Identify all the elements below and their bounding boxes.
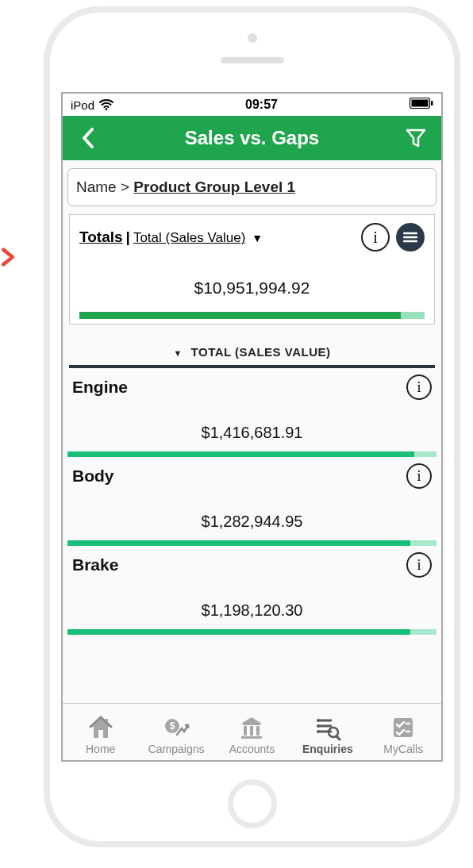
row-name: Body: [72, 467, 114, 486]
tab-bar: Home $ Campaigns: [63, 703, 441, 760]
svg-text:$: $: [170, 720, 175, 732]
side-caret-icon: [0, 246, 19, 268]
tab-label: MyCalls: [383, 743, 423, 755]
totals-bar: [79, 312, 425, 319]
totals-card: Totals | Total (Sales Value) ▼ i: [69, 214, 435, 325]
tab-enquiries[interactable]: Enquiries: [296, 714, 360, 755]
row-info-button[interactable]: i: [406, 463, 432, 489]
nav-bar: Sales vs. Gaps: [63, 116, 441, 160]
section-header[interactable]: ▼ TOTAL (SALES VALUE): [67, 345, 436, 359]
status-time: 09:57: [245, 98, 278, 112]
speaker-slot: [221, 57, 284, 63]
list-item[interactable]: Bodyi$1,282,944.95: [67, 457, 436, 546]
info-icon: i: [417, 557, 421, 574]
device-hw: [50, 33, 454, 63]
tab-mycalls[interactable]: MyCalls: [371, 714, 435, 755]
svg-point-0: [106, 108, 108, 110]
accounts-icon: [238, 714, 265, 741]
totals-value: $10,951,994.92: [79, 278, 425, 298]
status-carrier: iPod: [71, 98, 94, 112]
device-home-button[interactable]: [228, 779, 277, 828]
totals-label-sub: Total (Sales Value): [133, 230, 245, 246]
svg-rect-13: [250, 726, 253, 735]
device-frame: iPod 09:57 Sales: [44, 6, 460, 847]
home-icon: [87, 714, 114, 741]
row-bar: [67, 540, 436, 546]
row-bar: [67, 629, 436, 635]
content-scroll[interactable]: Name > Product Group Level 1 Totals | To…: [63, 160, 441, 703]
totals-bar-fill: [79, 312, 401, 319]
info-icon: i: [373, 229, 378, 247]
list-item[interactable]: Brakei$1,198,120.30: [67, 546, 436, 635]
enquiries-icon: [314, 714, 341, 741]
row-bar: [67, 451, 436, 457]
svg-rect-3: [431, 101, 433, 106]
row-name: Brake: [72, 555, 118, 574]
section-header-label: TOTAL (SALES VALUE): [191, 345, 331, 359]
svg-rect-2: [411, 100, 428, 107]
svg-rect-8: [98, 730, 103, 738]
svg-point-19: [317, 719, 320, 722]
svg-rect-12: [244, 726, 247, 735]
totals-menu-button[interactable]: [396, 223, 425, 252]
tab-label: Home: [86, 743, 115, 755]
chevron-down-icon: ▼: [252, 232, 263, 244]
totals-metric-selector[interactable]: Totals | Total (Sales Value) ▼: [79, 229, 263, 246]
totals-label-sep: |: [126, 229, 130, 246]
row-value: $1,282,944.95: [72, 513, 432, 531]
row-bar-fill: [67, 451, 414, 457]
svg-rect-14: [256, 726, 260, 735]
tab-label: Enquiries: [302, 743, 353, 755]
app-screen: iPod 09:57 Sales: [61, 92, 443, 762]
back-button[interactable]: [72, 126, 104, 150]
totals-label-main: Totals: [79, 229, 123, 246]
tab-home[interactable]: Home: [69, 714, 133, 755]
battery-icon: [410, 98, 433, 109]
filter-button[interactable]: [400, 126, 432, 150]
breadcrumb-root: Name: [76, 179, 117, 195]
row-value: $1,198,120.30: [72, 601, 432, 620]
funnel-icon: [404, 126, 428, 150]
row-bar-fill: [67, 629, 410, 635]
svg-rect-24: [394, 718, 413, 737]
svg-line-23: [336, 736, 340, 739]
info-icon: i: [417, 379, 421, 396]
wifi-icon: [99, 99, 113, 110]
page-title: Sales vs. Gaps: [185, 127, 319, 149]
camera-dot: [248, 33, 257, 43]
row-bar-fill: [67, 540, 410, 546]
row-info-button[interactable]: i: [406, 374, 432, 400]
info-icon: i: [417, 468, 421, 485]
breadcrumb-sep: >: [121, 179, 129, 195]
mycalls-icon: [390, 714, 417, 741]
breadcrumb-active[interactable]: Product Group Level 1: [133, 179, 295, 195]
svg-rect-15: [241, 736, 262, 739]
chevron-left-icon: [80, 126, 96, 150]
svg-point-21: [317, 730, 320, 733]
status-bar: iPod 09:57: [63, 94, 441, 116]
row-value: $1,416,681.91: [72, 424, 432, 442]
svg-point-20: [317, 724, 320, 728]
tab-label: Campaigns: [148, 743, 205, 755]
breadcrumb[interactable]: Name > Product Group Level 1: [67, 168, 436, 206]
row-info-button[interactable]: i: [406, 552, 432, 578]
tab-accounts[interactable]: Accounts: [220, 714, 283, 755]
row-name: Engine: [72, 378, 128, 397]
tab-label: Accounts: [229, 743, 275, 755]
svg-rect-11: [243, 724, 260, 725]
hamburger-icon: [403, 232, 417, 243]
tab-campaigns[interactable]: $ Campaigns: [144, 714, 208, 755]
triangle-down-icon: ▼: [174, 348, 183, 358]
campaigns-icon: $: [163, 714, 190, 741]
list-item[interactable]: Enginei$1,416,681.91: [67, 368, 436, 457]
totals-info-button[interactable]: i: [361, 223, 390, 252]
